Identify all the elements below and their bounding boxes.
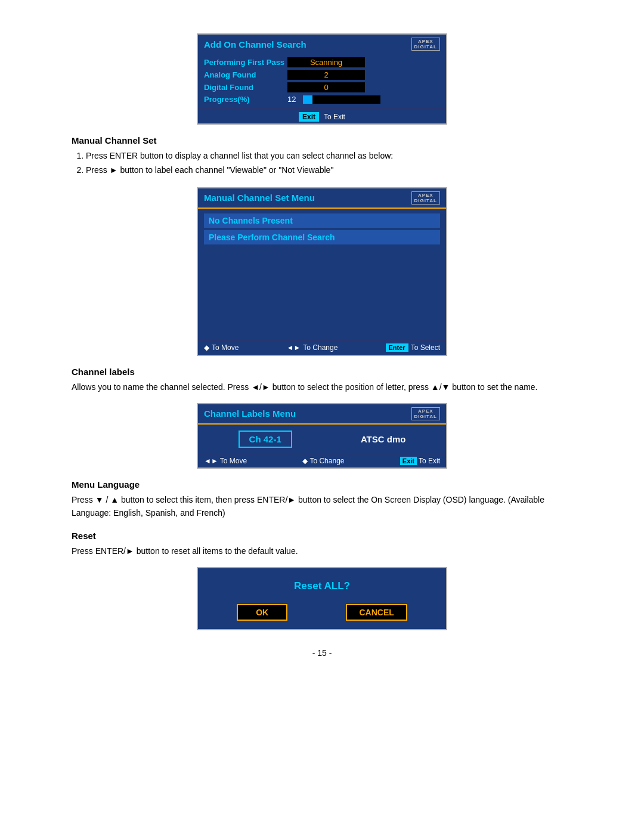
mcs-body: No Channels Present Please Perform Chann… (198, 209, 446, 340)
mcs-apex-logo: APEX DIGITAL (411, 191, 440, 205)
cls-body: Ch 42-1 ATSC dmo (198, 425, 446, 454)
change-label: To Change (303, 343, 338, 352)
reset-heading: Reset (72, 531, 572, 541)
aocs-row-1: Analog Found 2 (204, 70, 440, 80)
cls-move-icon: ◄► (204, 457, 218, 465)
apex-sub: DIGITAL (414, 44, 437, 49)
cls-move-label: To Move (220, 457, 247, 465)
aocs-progress-num: 12 (287, 95, 301, 104)
mcs-header: Manual Channel Set Menu APEX DIGITAL (198, 188, 446, 209)
reset-buttons: OK CANCEL (208, 604, 436, 621)
move-label: To Move (212, 343, 239, 352)
page-number: - 15 - (72, 648, 572, 658)
aocs-body: Performing First Pass Scanning Analog Fo… (198, 54, 446, 109)
cls-atsc-value: ATSC dmo (361, 434, 406, 444)
cls-screen: Channel Labels Menu APEX DIGITAL Ch 42-1… (197, 403, 447, 469)
apex-logo: APEX DIGITAL (411, 38, 440, 51)
menu-language-description: Press ▼ / ▲ button to select this item, … (72, 493, 572, 520)
aocs-footer-text: To Exit (324, 113, 345, 121)
channel-labels-heading: Channel labels (72, 367, 572, 377)
aocs-value-1: 2 (287, 70, 365, 80)
cancel-button[interactable]: CANCEL (346, 604, 407, 621)
instruction-1: Press ENTER button to display a channel … (86, 149, 572, 163)
aocs-header: Add On Channel Search APEX DIGITAL (198, 35, 446, 54)
cls-apex-label: APEX (414, 408, 437, 414)
cls-ch-value: Ch 42-1 (239, 431, 292, 448)
cls-exit-label: To Exit (419, 457, 440, 465)
cls-change-icon: ◆ (302, 457, 308, 465)
cls-change-label: To Change (309, 457, 344, 465)
aocs-title: Add On Channel Search (204, 39, 306, 49)
change-icon: ◄► (287, 343, 301, 352)
aocs-progress-label: Progress(%) (204, 95, 287, 104)
aocs-row-0: Performing First Pass Scanning (204, 57, 440, 67)
cls-title: Channel Labels Menu (204, 408, 296, 419)
aocs-progress-bar-fill (303, 95, 312, 104)
apex-label: APEX (414, 39, 437, 44)
aocs-value-2: 0 (287, 82, 365, 92)
aocs-screen: Add On Channel Search APEX DIGITAL Perfo… (197, 33, 447, 125)
select-label: To Select (411, 343, 440, 352)
channel-labels-description: Allows you to name the channel selected.… (72, 380, 572, 394)
reset-screen: Reset ALL? OK CANCEL (197, 567, 447, 630)
mcs-footer-move: ◆ To Move (204, 343, 239, 352)
reset-title: Reset ALL? (208, 580, 436, 592)
exit-button[interactable]: Exit (299, 112, 319, 122)
cls-exit-button[interactable]: Exit (400, 457, 417, 465)
cls-footer-exit: Exit To Exit (400, 457, 440, 465)
aocs-progress-bar-bg (303, 95, 380, 104)
mcs-footer: ◆ To Move ◄► To Change Enter To Select (198, 340, 446, 355)
mcs-apex-sub: DIGITAL (414, 198, 437, 203)
move-icon: ◆ (204, 343, 209, 352)
reset-description: Press ENTER/► button to reset all items … (72, 544, 572, 558)
manual-channel-set-instructions: Press ENTER button to display a channel … (86, 149, 572, 178)
mcs-item-0: No Channels Present (204, 213, 440, 228)
mcs-item-1: Please Perform Channel Search (204, 230, 440, 244)
enter-button[interactable]: Enter (386, 343, 408, 352)
aocs-label-2: Digital Found (204, 83, 287, 92)
cls-apex-sub: DIGITAL (414, 414, 437, 419)
cls-apex-logo: APEX DIGITAL (411, 407, 440, 420)
aocs-label-1: Analog Found (204, 70, 287, 79)
aocs-row-2: Digital Found 0 (204, 82, 440, 92)
mcs-footer-change: ◄► To Change (287, 343, 338, 352)
cls-header: Channel Labels Menu APEX DIGITAL (198, 404, 446, 425)
menu-language-heading: Menu Language (72, 479, 572, 490)
mcs-title: Manual Channel Set Menu (204, 193, 315, 203)
instruction-2: Press ► button to label each channel "Vi… (86, 163, 572, 178)
manual-channel-set-heading: Manual Channel Set (72, 135, 572, 145)
cls-footer-move: ◄► To Move (204, 457, 247, 465)
aocs-progress-row: Progress(%) 12 (204, 95, 440, 104)
mcs-screen: Manual Channel Set Menu APEX DIGITAL No … (197, 187, 447, 356)
aocs-label-0: Performing First Pass (204, 58, 287, 67)
mcs-apex-label: APEX (414, 193, 437, 198)
mcs-footer-select: Enter To Select (386, 343, 440, 352)
ok-button[interactable]: OK (237, 604, 287, 621)
cls-footer: ◄► To Move ◆ To Change Exit To Exit (198, 454, 446, 467)
aocs-footer: Exit To Exit (198, 109, 446, 123)
aocs-value-0: Scanning (287, 57, 365, 67)
cls-footer-change: ◆ To Change (302, 457, 344, 465)
